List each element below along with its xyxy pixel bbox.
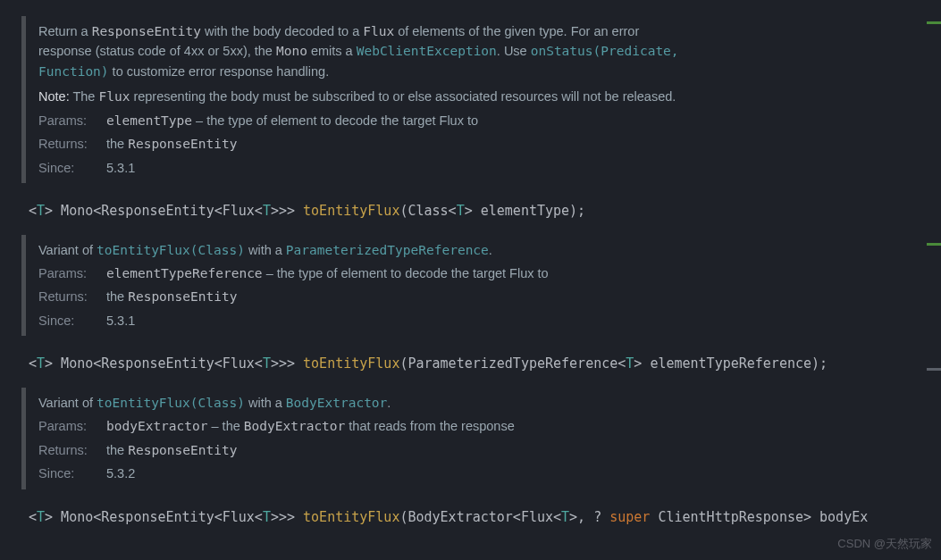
text: ClientHttpResponse> bodyEx: [650, 509, 868, 525]
text: the: [106, 443, 128, 457]
returns-row: Returns: the ResponseEntity: [38, 440, 692, 460]
text: (BodyExtractor<Flux<: [399, 509, 561, 525]
description-paragraph: Variant of toEntityFlux(Class) with a Bo…: [38, 393, 692, 413]
returns-value: the ResponseEntity: [106, 287, 692, 306]
text: > Mono<ResponseEntity<Flux<: [45, 355, 263, 372]
text: >>>: [271, 355, 303, 372]
since-value: 5.3.1: [106, 158, 692, 178]
type-link[interactable]: WebClientException: [357, 44, 497, 58]
text: <: [29, 509, 37, 525]
text: >>>: [271, 203, 303, 219]
text: – the: [208, 419, 244, 433]
returns-label: Returns:: [38, 440, 94, 460]
method-name: toEntityFlux: [303, 203, 399, 219]
text: the: [106, 137, 128, 151]
params-value: elementType – the type of element to dec…: [106, 111, 692, 130]
text: with a: [245, 243, 286, 257]
param-desc: – the type of element to decode the targ…: [263, 266, 549, 280]
text: the: [106, 289, 128, 304]
text: > elementTypeReference);: [634, 355, 828, 372]
generic-type: T: [263, 509, 271, 525]
javadoc-block: Variant of toEntityFlux(Class) with a Bo…: [21, 388, 701, 489]
since-value: 5.3.1: [106, 311, 692, 330]
since-row: Since: 5.3.1: [38, 158, 692, 178]
param-name: elementType: [106, 113, 192, 128]
params-label: Params:: [38, 263, 94, 283]
javadoc-block: Variant of toEntityFlux(Class) with a Pa…: [21, 235, 701, 337]
text: > Mono<ResponseEntity<Flux<: [45, 509, 263, 525]
text: with the body decoded to a: [201, 24, 363, 38]
code-inline: Flux: [98, 89, 130, 104]
generic-type: T: [263, 355, 271, 372]
param-name: bodyExtractor: [106, 419, 208, 433]
returns-row: Returns: the ResponseEntity: [38, 287, 692, 306]
text: Return a: [38, 24, 92, 38]
params-label: Params:: [38, 416, 94, 436]
generic-type: T: [37, 203, 45, 219]
method-link[interactable]: toEntityFlux(Class): [97, 396, 245, 410]
text: The: [70, 89, 99, 104]
text: >, ?: [569, 509, 609, 525]
generic-type: T: [37, 509, 45, 525]
code-inline: ResponseEntity: [128, 443, 237, 457]
since-label: Since:: [38, 311, 94, 330]
text: Variant of: [38, 396, 97, 410]
text: >>>: [271, 509, 303, 525]
editor-gutter: [925, 0, 941, 546]
gutter-marker-icon[interactable]: [927, 368, 941, 371]
text: (Class<: [399, 203, 456, 219]
code-inline: ResponseEntity: [128, 137, 237, 151]
code-inline: Flux: [363, 24, 394, 38]
text: . Use: [497, 44, 531, 58]
description-paragraph: Variant of toEntityFlux(Class) with a Pa…: [38, 240, 692, 260]
type-link[interactable]: BodyExtractor: [286, 396, 388, 410]
params-row: Params: bodyExtractor – the BodyExtracto…: [38, 416, 692, 436]
text: with a: [245, 396, 286, 410]
since-value: 5.3.2: [106, 464, 692, 483]
generic-type: T: [37, 355, 45, 372]
method-name: toEntityFlux: [303, 355, 399, 372]
code-inline: ResponseEntity: [92, 24, 201, 38]
text: representing the body must be subscribed…: [130, 89, 676, 104]
code-inline: ResponseEntity: [128, 289, 237, 304]
gutter-marker-icon[interactable]: [927, 243, 941, 246]
type-link[interactable]: ParameterizedTypeReference: [286, 243, 489, 257]
method-name: toEntityFlux: [303, 509, 399, 525]
params-row: Params: elementTypeReference – the type …: [38, 263, 692, 283]
keyword-super: super: [609, 509, 650, 525]
text: emits a: [307, 44, 357, 58]
params-row: Params: elementType – the type of elemen…: [38, 111, 692, 130]
watermark-text: CSDN @天然玩家: [837, 535, 932, 546]
note-paragraph: Note: The Flux representing the body mus…: [38, 87, 692, 106]
code-inline: Mono: [276, 44, 307, 58]
returns-value: the ResponseEntity: [106, 440, 692, 460]
text: (ParameterizedTypeReference<: [399, 355, 626, 372]
text: <: [29, 203, 37, 219]
description-paragraph: Return a ResponseEntity with the body de…: [38, 21, 692, 81]
text: to customize error response handling.: [109, 64, 330, 79]
returns-label: Returns:: [38, 287, 94, 306]
generic-type: T: [263, 203, 271, 219]
gutter-marker-icon[interactable]: [927, 21, 941, 24]
returns-row: Returns: the ResponseEntity: [38, 134, 692, 154]
generic-type: T: [626, 355, 634, 372]
param-name: elementTypeReference: [106, 266, 263, 280]
generic-type: T: [561, 509, 569, 525]
params-label: Params:: [38, 111, 94, 130]
text: > Mono<ResponseEntity<Flux<: [45, 203, 263, 219]
returns-label: Returns:: [38, 134, 94, 154]
since-row: Since: 5.3.1: [38, 311, 692, 330]
method-link[interactable]: toEntityFlux(Class): [97, 243, 245, 257]
since-label: Since:: [38, 158, 94, 178]
text: Variant of: [38, 243, 97, 257]
since-row: Since: 5.3.2: [38, 464, 692, 483]
params-value: bodyExtractor – the BodyExtractor that r…: [106, 416, 692, 436]
param-desc: – the type of element to decode the targ…: [192, 113, 478, 128]
returns-value: the ResponseEntity: [106, 134, 692, 154]
text: > elementType);: [465, 203, 585, 219]
params-value: elementTypeReference – the type of eleme…: [106, 263, 692, 283]
text: .: [489, 243, 492, 257]
since-label: Since:: [38, 464, 94, 483]
text: <: [29, 355, 37, 372]
method-signature: <T> Mono<ResponseEntity<Flux<T>>> toEnti…: [14, 500, 941, 535]
